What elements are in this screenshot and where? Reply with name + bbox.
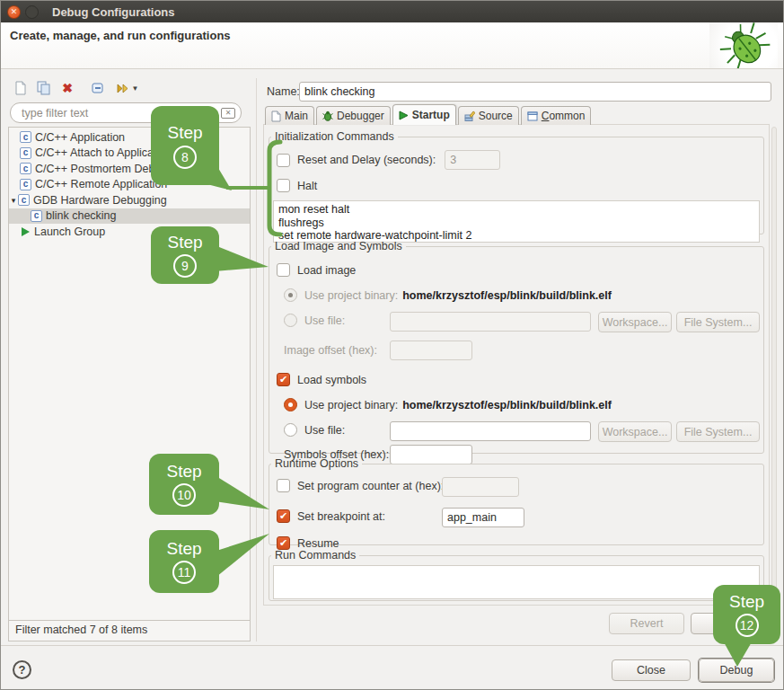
image-offset-input[interactable] bbox=[390, 341, 472, 360]
symbols-file-input[interactable] bbox=[390, 421, 591, 441]
set-pc-row: Set program counter at (hex): bbox=[277, 479, 444, 492]
footer-divider bbox=[1, 645, 783, 646]
bug-logo bbox=[709, 22, 778, 68]
filter-status: Filter matched 7 of 8 items bbox=[8, 621, 251, 641]
source-tab-icon bbox=[464, 111, 475, 121]
set-pc-input[interactable] bbox=[442, 477, 519, 497]
delete-configuration-icon[interactable]: ✖ bbox=[58, 80, 76, 96]
tree-item-gdb-hardware-debugging[interactable]: ▾ c GDB Hardware Debugging bbox=[9, 192, 250, 208]
set-breakpoint-row: ✔ Set breakpoint at: bbox=[277, 509, 385, 523]
step-11-badge: Step 11 bbox=[149, 530, 219, 593]
symbols-use-project-binary-row: Use project binary: home/krzysztof/esp/b… bbox=[284, 398, 612, 411]
chevron-down-icon: ▼ bbox=[132, 84, 139, 93]
image-use-file-row: Use file: bbox=[284, 314, 345, 327]
new-configuration-icon[interactable] bbox=[12, 80, 30, 96]
revert-button[interactable]: Revert bbox=[609, 613, 684, 634]
run-commands-group: Run Commands bbox=[269, 549, 764, 601]
dialog-header: Create, manage, and run configurations bbox=[1, 22, 783, 69]
breakpoint-input[interactable] bbox=[442, 508, 524, 527]
symbols-binary-path: home/krzysztof/esp/blink/build/blink.elf bbox=[402, 399, 612, 411]
config-tabs: Main Debugger Startup Source Common bbox=[265, 104, 593, 125]
name-input[interactable] bbox=[299, 82, 771, 102]
startup-tab-icon bbox=[399, 111, 409, 120]
c-app-icon: c bbox=[18, 194, 30, 206]
reset-and-delay-row: Reset and Delay (seconds): bbox=[277, 150, 500, 170]
set-pc-checkbox[interactable] bbox=[277, 479, 290, 492]
image-binary-path: home/krzysztof/esp/blink/build/blink.elf bbox=[402, 289, 612, 302]
tree-item-blink-checking[interactable]: c blink checking bbox=[9, 208, 250, 225]
c-app-icon: c bbox=[31, 210, 42, 222]
panel-divider[interactable] bbox=[256, 78, 257, 641]
halt-checkbox[interactable] bbox=[277, 179, 290, 192]
scrollbar-track[interactable] bbox=[771, 127, 777, 603]
set-breakpoint-checkbox[interactable]: ✔ bbox=[277, 509, 290, 523]
name-label: Name: bbox=[267, 85, 300, 98]
image-use-project-binary-radio[interactable] bbox=[284, 288, 297, 302]
load-image-row: Load image bbox=[277, 263, 356, 277]
window-title: Debug Configurations bbox=[52, 5, 175, 19]
step-12-badge: Step 12 bbox=[713, 585, 780, 644]
tab-startup[interactable]: Startup bbox=[392, 104, 456, 125]
duplicate-configuration-icon[interactable] bbox=[35, 80, 53, 96]
symbols-use-file-radio[interactable] bbox=[284, 423, 297, 437]
common-tab-icon bbox=[527, 111, 538, 121]
image-use-project-binary-row: Use project binary: home/krzysztof/esp/b… bbox=[284, 288, 612, 302]
reset-delay-input[interactable] bbox=[445, 150, 500, 170]
symbols-use-project-binary-radio[interactable] bbox=[284, 398, 297, 411]
c-app-icon: c bbox=[20, 131, 31, 143]
runtime-options-group: Runtime Options Set program counter at (… bbox=[269, 457, 764, 545]
c-app-icon: c bbox=[20, 147, 31, 159]
symbols-filesystem-button[interactable]: File System... bbox=[676, 421, 760, 442]
close-button[interactable]: Close bbox=[612, 659, 691, 681]
titlebar: ✕ Debug Configurations bbox=[1, 1, 783, 22]
resume-row: ✔ Resume bbox=[277, 536, 339, 550]
bug-icon bbox=[709, 22, 778, 68]
tab-source[interactable]: Source bbox=[458, 106, 519, 125]
collapse-all-icon[interactable] bbox=[89, 80, 107, 96]
load-symbols-row: ✔ Load symbols bbox=[277, 373, 366, 386]
halt-row: Halt bbox=[277, 179, 317, 192]
expand-arrow-icon[interactable]: ▾ bbox=[9, 196, 18, 205]
tab-debugger[interactable]: Debugger bbox=[316, 106, 391, 125]
load-image-checkbox[interactable] bbox=[277, 263, 290, 277]
c-app-icon: c bbox=[20, 163, 31, 174]
step-9-badge: Step 9 bbox=[151, 226, 219, 284]
configurations-toolbar: ✖ ▼ bbox=[12, 79, 141, 97]
dialog-subtitle: Create, manage, and run configurations bbox=[10, 29, 231, 42]
run-commands-textarea[interactable] bbox=[273, 565, 760, 599]
tab-main[interactable]: Main bbox=[265, 106, 314, 125]
launch-group-icon bbox=[22, 227, 30, 236]
close-window-icon[interactable]: ✕ bbox=[7, 5, 21, 19]
debugger-tab-icon bbox=[322, 111, 333, 121]
debug-button[interactable]: Debug bbox=[699, 659, 774, 682]
symbols-use-file-row: Use file: bbox=[284, 423, 345, 437]
main-tab-icon bbox=[271, 111, 281, 122]
load-symbols-checkbox[interactable]: ✔ bbox=[277, 373, 290, 386]
image-workspace-button[interactable]: Workspace... bbox=[598, 312, 672, 332]
image-offset-row: Image offset (hex): bbox=[284, 344, 377, 357]
reset-and-delay-checkbox[interactable] bbox=[277, 154, 290, 167]
debug-configurations-dialog: ✕ Debug Configurations Create, manage, a… bbox=[0, 0, 784, 690]
filter-launch-configurations-icon[interactable]: ▼ bbox=[114, 80, 141, 96]
initialization-commands-group: Initialization Commands Reset and Delay … bbox=[269, 130, 764, 234]
step-10-badge: Step 10 bbox=[149, 454, 219, 515]
load-image-symbols-group: Load Image and Symbols Load image Use pr… bbox=[269, 240, 764, 454]
image-filesystem-button[interactable]: File System... bbox=[676, 312, 760, 332]
c-app-icon: c bbox=[20, 179, 31, 190]
resume-checkbox[interactable]: ✔ bbox=[277, 536, 290, 550]
minimize-window-icon[interactable] bbox=[25, 5, 39, 19]
tab-common[interactable]: Common bbox=[521, 106, 592, 125]
step-8-badge: Step 8 bbox=[151, 106, 219, 185]
image-file-input[interactable] bbox=[390, 312, 591, 332]
symbols-workspace-button[interactable]: Workspace... bbox=[598, 421, 672, 442]
help-button[interactable]: ? bbox=[13, 660, 31, 679]
clear-filter-icon[interactable]: ✕ bbox=[221, 108, 235, 119]
image-use-file-radio[interactable] bbox=[284, 314, 297, 327]
init-commands-textarea[interactable]: mon reset halt flushregs set remote hard… bbox=[273, 200, 760, 243]
